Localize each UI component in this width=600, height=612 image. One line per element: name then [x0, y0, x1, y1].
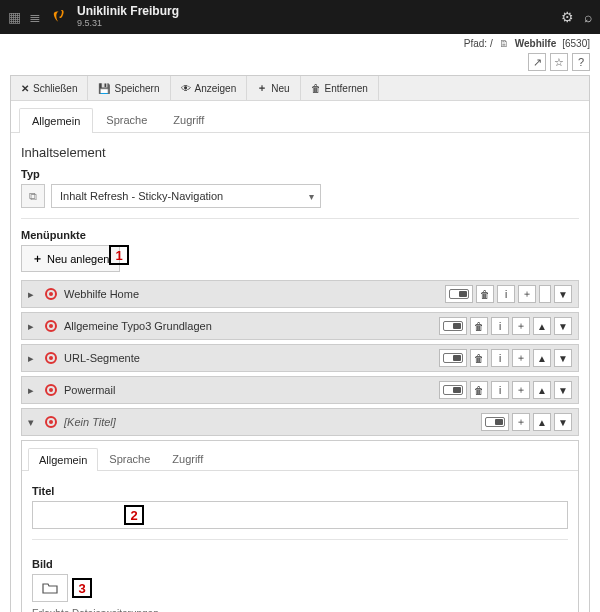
svg-point-5: [49, 356, 53, 360]
menupunkte-label: Menüpunkte: [21, 229, 579, 241]
help-button[interactable]: ?: [572, 53, 590, 71]
gear-icon[interactable]: ⚙: [561, 9, 574, 25]
bookmark-button[interactable]: ☆: [550, 53, 568, 71]
chevron-down-icon: ▾: [309, 191, 314, 202]
new-after[interactable]: ＋: [518, 285, 536, 303]
new-button[interactable]: ＋Neu: [247, 76, 300, 100]
svg-point-3: [49, 324, 53, 328]
menuitems-list: ▸ Webhilfe Home 🗑 i ＋ ▼ ▸ Allgemeine Typ…: [21, 280, 579, 612]
trash-icon: 🗑: [311, 83, 321, 94]
menuitem-label: Allgemeine Typo3 Grundlagen: [64, 320, 433, 332]
move-down[interactable]: ▼: [554, 413, 572, 431]
titel-input[interactable]: [32, 501, 568, 529]
delete-item[interactable]: 🗑: [470, 349, 488, 367]
menuitem-row-expanded: ▾ [Kein Titel] ＋ ▲ ▼: [21, 408, 579, 436]
record-icon: [44, 383, 58, 397]
record-icon: [44, 319, 58, 333]
menuitem-row: ▸ Allgemeine Typo3 Grundlagen 🗑 i ＋ ▲ ▼: [21, 312, 579, 340]
move-down[interactable]: ▼: [554, 381, 572, 399]
record-icon: [44, 287, 58, 301]
tab-language[interactable]: Sprache: [93, 107, 160, 132]
move-down[interactable]: ▼: [554, 285, 572, 303]
menuitem-row: ▸ Powermail 🗑 i ＋ ▲ ▼: [21, 376, 579, 404]
view-button[interactable]: 👁Anzeigen: [171, 76, 248, 100]
bild-label: Bild: [32, 558, 568, 570]
move-up[interactable]: ▲: [533, 349, 551, 367]
item-tab-general[interactable]: Allgemein: [28, 448, 98, 471]
allowed-ext-label: Erlaubte Dateierweiterungen: [32, 608, 568, 612]
app-module-icons[interactable]: ▦ ≣: [8, 9, 41, 25]
toggle-visibility[interactable]: [445, 285, 473, 303]
ctype-value: Inhalt Refresh - Sticky-Navigation: [60, 190, 223, 202]
typ-label: Typ: [21, 168, 579, 180]
toggle-visibility[interactable]: [439, 349, 467, 367]
path-id: [6530]: [562, 38, 590, 49]
file-browse-button[interactable]: [32, 574, 68, 602]
page-icon: 🗎: [499, 38, 509, 49]
expand-icon[interactable]: ▸: [28, 288, 38, 301]
move-up[interactable]: ▲: [533, 317, 551, 335]
info-item[interactable]: i: [491, 317, 509, 335]
info-item[interactable]: i: [491, 349, 509, 367]
new-menuitem-button[interactable]: ＋Neu anlegen: [21, 245, 120, 272]
new-after[interactable]: ＋: [512, 349, 530, 367]
eye-icon: 👁: [181, 83, 191, 94]
item-tab-language[interactable]: Sprache: [98, 447, 161, 470]
item-tabs: Allgemein Sprache Zugriff: [22, 441, 578, 471]
expand-icon[interactable]: ▸: [28, 320, 38, 333]
tab-general[interactable]: Allgemein: [19, 108, 93, 133]
delete-item[interactable]: 🗑: [470, 381, 488, 399]
menuitem-row: ▸ URL-Segmente 🗑 i ＋ ▲ ▼: [21, 344, 579, 372]
path-page: Webhilfe: [515, 38, 556, 49]
move-down[interactable]: ▼: [554, 349, 572, 367]
record-icon: [44, 415, 58, 429]
list-icon[interactable]: ≣: [29, 9, 41, 25]
open-new-button[interactable]: ↗: [528, 53, 546, 71]
toggle-visibility[interactable]: [481, 413, 509, 431]
close-button[interactable]: ✕Schließen: [11, 76, 88, 100]
menuitem-label: Powermail: [64, 384, 433, 396]
brand: Uniklinik Freiburg 9.5.31: [77, 5, 179, 28]
toggle-visibility[interactable]: [439, 381, 467, 399]
delete-button[interactable]: 🗑Entfernen: [301, 76, 379, 100]
ctype-select[interactable]: Inhalt Refresh - Sticky-Navigation ▾: [51, 184, 321, 208]
svg-point-1: [49, 292, 53, 296]
collapse-icon[interactable]: ▾: [28, 416, 38, 429]
menuitem-label: Webhilfe Home: [64, 288, 439, 300]
item-tab-access[interactable]: Zugriff: [161, 447, 214, 470]
floppy-icon: 💾: [98, 83, 110, 94]
expand-icon[interactable]: ▸: [28, 384, 38, 397]
titel-label: Titel: [32, 485, 568, 497]
new-after[interactable]: ＋: [512, 381, 530, 399]
move-up[interactable]: ▲: [533, 381, 551, 399]
content-section: Inhaltselement Typ ⧉ Inhalt Refresh - St…: [11, 133, 589, 612]
move-up[interactable]: ▲: [533, 413, 551, 431]
delete-item[interactable]: 🗑: [476, 285, 494, 303]
svg-point-9: [49, 420, 53, 424]
folder-icon: [42, 581, 58, 595]
record-tabs: Allgemein Sprache Zugriff: [11, 101, 589, 133]
path-prefix: Pfad: /: [464, 38, 493, 49]
info-item[interactable]: i: [491, 381, 509, 399]
new-after[interactable]: ＋: [512, 317, 530, 335]
grid-icon[interactable]: ▦: [8, 9, 21, 25]
toggle-visibility[interactable]: [439, 317, 467, 335]
topbar: ▦ ≣ Uniklinik Freiburg 9.5.31 ⚙ ⌕: [0, 0, 600, 34]
save-button[interactable]: 💾Speichern: [88, 76, 170, 100]
expand-icon[interactable]: ▸: [28, 352, 38, 365]
tab-access[interactable]: Zugriff: [160, 107, 217, 132]
delete-item[interactable]: 🗑: [470, 317, 488, 335]
info-item[interactable]: i: [497, 285, 515, 303]
record-panel: ✕Schließen 💾Speichern 👁Anzeigen ＋Neu 🗑En…: [10, 75, 590, 612]
menuitem-label: [Kein Titel]: [64, 416, 475, 428]
annotation-3: 3: [72, 578, 92, 598]
path-row: Pfad: / 🗎 Webhilfe [6530]: [0, 34, 600, 51]
new-after[interactable]: ＋: [512, 413, 530, 431]
spacer: [539, 285, 551, 303]
menuitem-row: ▸ Webhilfe Home 🗑 i ＋ ▼: [21, 280, 579, 308]
search-icon[interactable]: ⌕: [584, 9, 592, 25]
section-heading: Inhaltselement: [21, 145, 579, 160]
record-toolbar: ✕Schließen 💾Speichern 👁Anzeigen ＋Neu 🗑En…: [11, 76, 589, 101]
header-shortcuts: ↗ ☆ ?: [0, 51, 600, 75]
move-down[interactable]: ▼: [554, 317, 572, 335]
